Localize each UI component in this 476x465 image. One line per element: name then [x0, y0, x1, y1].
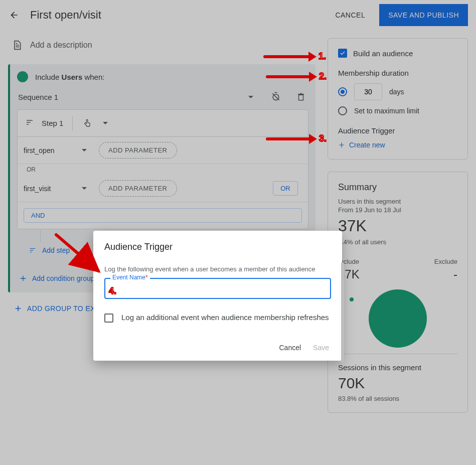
audience-trigger-dialog: Audience Trigger Log the following event…	[93, 231, 342, 361]
membership-duration-label: Membership duration	[338, 69, 457, 77]
sessions-label: Sessions in this segment	[338, 363, 457, 372]
plus-icon	[338, 141, 345, 148]
plus-icon	[14, 304, 22, 313]
step-title: Step 1	[42, 119, 63, 127]
max-limit-label: Set to maximum limit	[354, 107, 419, 115]
duration-days-radio[interactable]	[338, 87, 347, 96]
log-refresh-label: Log an additional event when audience me…	[121, 312, 329, 323]
add-parameter-button[interactable]: ADD PARAMETER	[99, 180, 177, 197]
page-title: First open/visit	[30, 9, 101, 22]
summary-card: Summary Users in this segment From 19 Ju…	[328, 172, 468, 413]
event-selector[interactable]: first_open	[18, 141, 93, 160]
cancel-button[interactable]: CANCEL	[327, 7, 373, 23]
top-bar: First open/visit CANCEL SAVE AND PUBLISH	[0, 0, 476, 30]
sort-icon	[25, 118, 35, 128]
sequence-options-icon[interactable]	[245, 91, 256, 102]
and-button[interactable]: AND	[24, 208, 302, 223]
sessions-pct: 83.8% of all sessions	[338, 395, 457, 402]
exclude-value: -	[434, 267, 457, 281]
step-action-dropdown-icon[interactable]	[100, 118, 111, 129]
step-card: Step 1 first_open ADD PARAMETER	[17, 109, 308, 229]
check-icon	[340, 50, 346, 56]
or-button[interactable]: OR	[273, 181, 298, 196]
or-separator: OR	[18, 164, 308, 175]
duration-max-radio[interactable]	[338, 106, 347, 115]
back-arrow-icon[interactable]	[8, 9, 20, 21]
sort-icon	[28, 247, 37, 254]
description-icon	[12, 40, 22, 50]
description-placeholder: Add a description	[30, 41, 92, 50]
event-selector[interactable]: first_visit	[18, 180, 93, 198]
timer-off-icon[interactable]	[270, 91, 281, 102]
include-indicator-icon	[17, 71, 28, 82]
summary-title: Summary	[338, 182, 457, 193]
dialog-hint: Log the following event when a user beco…	[104, 265, 331, 273]
event-name-label: Event Name	[112, 274, 145, 281]
summary-date-range: From 19 Jun to 18 Jul	[338, 206, 457, 214]
touch-icon[interactable]	[82, 118, 93, 129]
exclude-label: Exclude	[434, 258, 457, 265]
pie-chart-icon	[369, 289, 427, 348]
summary-users-pct: 1.4% of all users	[338, 238, 457, 246]
dialog-cancel-button[interactable]: Cancel	[279, 344, 301, 352]
audience-trigger-label: Audience Trigger	[338, 126, 457, 135]
duration-days-input[interactable]	[354, 83, 382, 100]
create-new-trigger-link[interactable]: Create new	[338, 141, 457, 149]
event-name-input[interactable]	[105, 279, 330, 298]
include-label: Include Users when:	[35, 73, 104, 81]
description-row[interactable]: Add a description	[8, 38, 315, 52]
sessions-value: 70K	[338, 375, 457, 392]
log-refresh-checkbox[interactable]	[104, 314, 113, 323]
delete-icon[interactable]	[295, 91, 306, 102]
dialog-title: Audience Trigger	[104, 242, 331, 252]
dialog-save-button[interactable]: Save	[313, 344, 329, 352]
save-publish-button[interactable]: SAVE AND PUBLISH	[379, 4, 468, 26]
build-audience-label: Build an audience	[353, 49, 413, 58]
plus-icon	[19, 274, 27, 282]
add-parameter-button[interactable]: ADD PARAMETER	[99, 142, 177, 159]
audience-settings-card: Build an audience Membership duration da…	[328, 38, 468, 160]
required-asterisk: *	[145, 274, 148, 281]
event-name-field[interactable]: Event Name*	[104, 278, 331, 299]
sequence-title: Sequence 1	[18, 93, 58, 101]
summary-users-label: Users in this segment	[338, 198, 457, 205]
days-label: days	[389, 88, 404, 96]
build-audience-checkbox[interactable]	[338, 49, 347, 58]
summary-users-value: 37K	[338, 217, 457, 235]
